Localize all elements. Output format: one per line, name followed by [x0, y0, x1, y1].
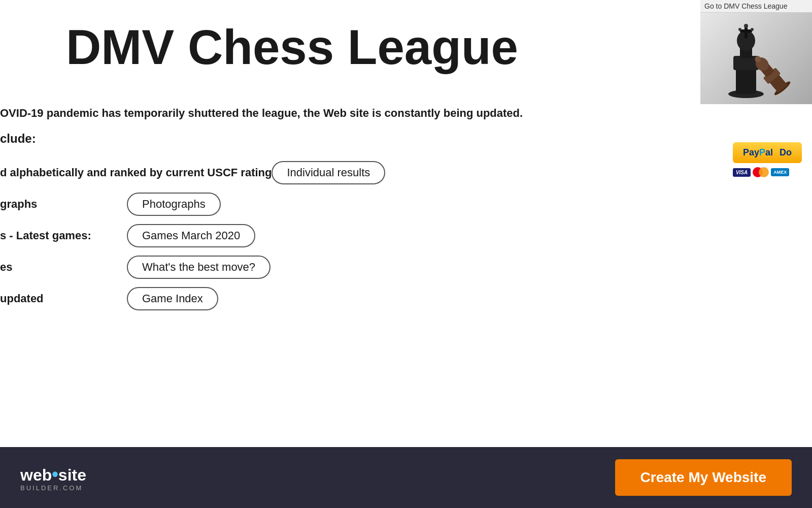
payment-icons: VISA AMEX	[733, 167, 802, 177]
row-label-3: s - Latest games:	[0, 229, 127, 242]
include-text: clude:	[0, 132, 812, 146]
chess-image	[700, 13, 812, 104]
websitebuilder-logo[interactable]: web•site BUILDER.COM	[20, 464, 86, 492]
description-area: OVID-19 pandemic has temporarily shutter…	[0, 105, 812, 146]
visa-icon: VISA	[733, 168, 751, 177]
amex-icon: AMEX	[771, 168, 789, 176]
game-index-button[interactable]: Game Index	[127, 287, 218, 310]
logo-sub: BUILDER.COM	[20, 484, 86, 492]
row-games: s - Latest games: Games March 2020	[0, 224, 812, 247]
mastercard-icon	[753, 167, 769, 177]
row-label-4: es	[0, 261, 127, 274]
svg-point-9	[751, 28, 754, 31]
row-label-1: d alphabetically and ranked by current U…	[0, 166, 272, 179]
paypal-area: PayPal Do VISA AMEX	[733, 142, 802, 177]
photographs-button[interactable]: Photographs	[127, 193, 221, 216]
svg-rect-1	[736, 66, 756, 94]
row-label-5: updated	[0, 292, 127, 305]
best-move-button[interactable]: What's the best move?	[127, 256, 270, 279]
donate-label: Do	[780, 147, 792, 158]
row-label-2: graphs	[0, 198, 127, 211]
create-website-button[interactable]: Create My Website	[615, 459, 792, 496]
logo-text: web•site	[20, 464, 86, 485]
row-best-move: es What's the best move?	[0, 256, 812, 279]
svg-point-8	[738, 28, 741, 31]
games-march-button[interactable]: Games March 2020	[127, 224, 255, 247]
chess-image-link[interactable]: Go to DMV Chess League	[700, 0, 812, 13]
svg-rect-6	[740, 29, 752, 33]
svg-point-7	[744, 24, 748, 28]
links-section: d alphabetically and ranked by current U…	[0, 161, 812, 319]
individual-results-button[interactable]: Individual results	[272, 161, 385, 184]
page-title: DMV Chess League	[0, 20, 812, 74]
row-photographs: graphs Photographs	[0, 193, 812, 216]
chess-pieces-svg	[705, 15, 807, 102]
main-content: Go to DMV Chess League	[0, 0, 812, 319]
row-individual-results: d alphabetically and ranked by current U…	[0, 161, 812, 184]
pandemic-text: OVID-19 pandemic has temporarily shutter…	[0, 105, 812, 121]
chess-image-container[interactable]: Go to DMV Chess League	[700, 0, 812, 104]
donate-button[interactable]: PayPal Do	[733, 142, 802, 163]
footer: web•site BUILDER.COM Create My Website	[0, 447, 812, 508]
row-game-index: updated Game Index	[0, 287, 812, 310]
